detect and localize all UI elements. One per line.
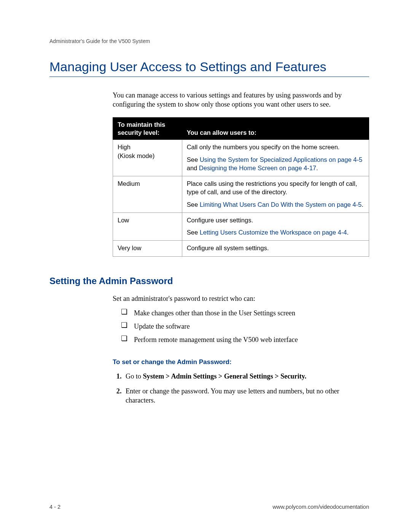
section-heading-admin-password: Setting the Admin Password <box>49 276 369 286</box>
steps-list: Go to System > Admin Settings > General … <box>113 372 369 405</box>
table-row: Low Configure user settings. See Letting… <box>113 212 369 241</box>
xref-link[interactable]: Limiting What Users Can Do With the Syst… <box>200 201 362 208</box>
table-row: Very low Configure all system settings. <box>113 241 369 256</box>
xref-link[interactable]: Designing the Home Screen on page 4-17 <box>199 165 316 171</box>
table-row: Medium Place calls using the restriction… <box>113 176 369 213</box>
table-header-level: To maintain this security level: <box>113 118 182 140</box>
security-levels-table: To maintain this security level: You can… <box>113 117 369 257</box>
list-item: Perform remote management using the V500… <box>121 335 369 344</box>
cell-desc-medium: Place calls using the restrictions you s… <box>182 176 369 213</box>
table-row: High (Kiosk mode) Call only the numbers … <box>113 140 369 176</box>
cell-level-verylow: Very low <box>113 241 182 256</box>
page-footer: 4 - 2 www.polycom.com/videodocumentation <box>49 504 369 510</box>
cell-level-high: High (Kiosk mode) <box>113 140 182 176</box>
cell-level-low: Low <box>113 212 182 241</box>
document-page: Administrator's Guide for the V500 Syste… <box>0 0 411 532</box>
xref-link[interactable]: Using the System for Specialized Applica… <box>200 156 362 163</box>
page-number: 4 - 2 <box>49 504 61 510</box>
running-header: Administrator's Guide for the V500 Syste… <box>49 38 369 44</box>
admin-password-intro: Set an administrator's password to restr… <box>113 294 369 303</box>
cell-level-medium: Medium <box>113 176 182 213</box>
list-item: Go to System > Admin Settings > General … <box>123 372 369 381</box>
nav-path: System > Admin Settings > General Settin… <box>143 372 306 380</box>
list-item: Update the software <box>121 322 369 331</box>
checklist: Make changes other than those in the Use… <box>121 308 369 344</box>
footer-url: www.polycom.com/videodocumentation <box>272 504 369 510</box>
table-header-allow: You can allow users to: <box>182 118 369 140</box>
xref-link[interactable]: Letting Users Customize the Workspace on… <box>200 229 347 236</box>
list-item: Enter or change the password. You may us… <box>123 387 369 405</box>
list-item: Make changes other than those in the Use… <box>121 308 369 318</box>
cell-desc-high: Call only the numbers you specify on the… <box>182 140 369 176</box>
procedure-heading: To set or change the Admin Password: <box>113 358 369 366</box>
cell-desc-verylow: Configure all system settings. <box>182 241 369 256</box>
cell-desc-low: Configure user settings. See Letting Use… <box>182 212 369 241</box>
page-title: Managing User Access to Settings and Fea… <box>49 59 369 77</box>
intro-paragraph: You can manage access to various setting… <box>113 91 369 109</box>
